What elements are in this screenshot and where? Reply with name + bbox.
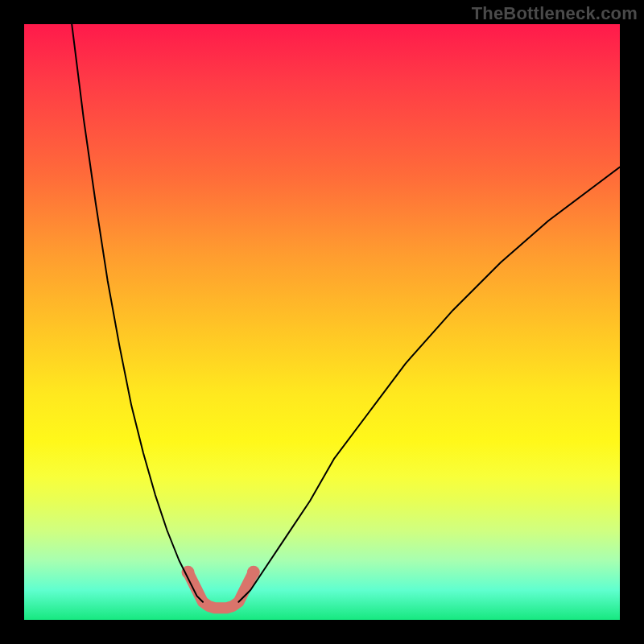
plot-area (24, 24, 620, 620)
highlight-band-path (188, 572, 254, 608)
chart-frame: TheBottleneck.com (0, 0, 644, 644)
highlight-marker (247, 566, 260, 579)
chart-svg (24, 24, 620, 620)
watermark-text: TheBottleneck.com (472, 3, 638, 24)
right-curve-path (238, 167, 620, 602)
left-curve-path (72, 24, 203, 602)
